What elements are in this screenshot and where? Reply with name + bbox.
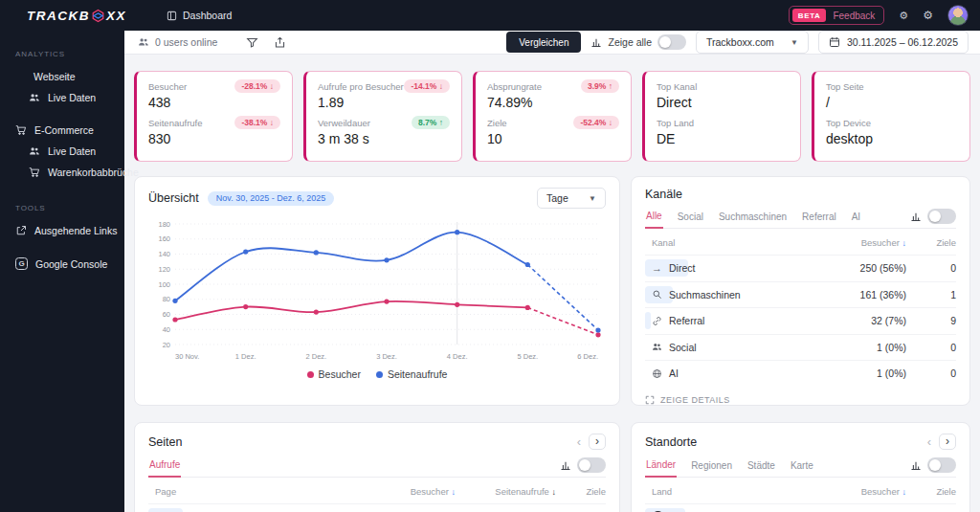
kanaele-tabs: Alle Social Suchmaschinen Referral AI	[645, 208, 956, 229]
sidebar-item-ausgehende-links[interactable]: Ausgehende Links	[0, 220, 124, 241]
kpi-card-absprungrate: Absprungrate 3.9% ↑ 74.89% Ziele -52.4% …	[473, 71, 632, 162]
kpi-row: Besucher -28.1% ↓ 438 Seitenaufrufe -38.…	[134, 71, 970, 162]
feedback-button[interactable]: BETA Feedback	[789, 6, 885, 25]
kanaele-chart-toggle[interactable]	[927, 209, 956, 224]
table-row-deutschland[interactable]: Deutschland 232 (53%) 8	[645, 503, 956, 512]
tab-referral[interactable]: Referral	[801, 209, 837, 228]
bar-chart-icon	[910, 459, 922, 471]
table-row-referral[interactable]: Referral 32 (7%) 9	[645, 307, 956, 334]
prev-page-icon[interactable]: ‹	[925, 435, 933, 448]
table-row-ai[interactable]: AI 1 (0%) 0	[645, 360, 956, 387]
svg-text:40: 40	[163, 325, 170, 334]
controls-bar: 0 users online Vergleichen Zeige alle Tr…	[124, 31, 980, 55]
nav-dashboard[interactable]: Dashboard	[167, 10, 232, 21]
kpi-card-top-seite: Top Seite / Top Device desktop	[812, 71, 970, 162]
standorte-panel: Standorte ‹ › Länder Regionen Städte Kar…	[631, 422, 970, 512]
site-select[interactable]: Trackboxx.com ▼	[696, 31, 809, 54]
sidebar-section-analytics: ANALYTICS	[0, 50, 124, 58]
kanaele-panel: Kanäle Alle Social Suchmaschinen Referra…	[631, 176, 970, 406]
svg-text:2 Dez.: 2 Dez.	[305, 352, 326, 361]
panel-title: Seiten	[148, 435, 182, 449]
seiten-table-header: Page Besucher ↓ Seitenaufrufe ↓ Ziele	[148, 478, 606, 503]
table-row-root-page[interactable]: / 215 (35%) 347 (42%) 0	[148, 503, 606, 512]
seiten-panel: Seiten ‹ › Aufrufe Pag	[134, 422, 620, 512]
zeige-alle-toggle[interactable]	[657, 34, 686, 50]
brand-text-left: TRACKB	[27, 9, 90, 23]
google-console-icon: G	[15, 257, 28, 270]
sidebar-item-webseite[interactable]: Webseite	[0, 66, 124, 87]
expand-icon	[645, 395, 655, 405]
zeige-alle-control[interactable]: Zeige alle	[590, 34, 686, 50]
kpi-card-aufrufe: Aufrufe pro Besucher -14.1% ↓ 1.89 Verwe…	[303, 71, 462, 162]
seiten-tabs: Aufrufe	[148, 456, 606, 478]
tab-laender[interactable]: Länder	[645, 456, 677, 478]
date-range-picker[interactable]: 30.11.2025 – 06.12.2025	[818, 31, 969, 54]
seiten-chart-toggle[interactable]	[577, 457, 606, 473]
sort-seitenaufrufe[interactable]: Seitenaufrufe ↓	[456, 486, 556, 497]
svg-text:5 Dez.: 5 Dez.	[517, 352, 538, 361]
chevron-down-icon: ▼	[791, 38, 798, 47]
gear-icon[interactable]: ⚙	[923, 10, 933, 21]
tab-social[interactable]: Social	[677, 209, 704, 228]
overview-panel: Übersicht Nov. 30, 2025 - Dez. 6, 2025 T…	[134, 176, 620, 406]
panel-title: Kanäle	[645, 188, 682, 201]
chevron-down-icon: ▼	[589, 194, 596, 203]
filter-funnel-icon[interactable]	[242, 33, 262, 53]
standorte-table-header: Land Besucher ↓ Ziele	[645, 478, 956, 503]
bar-chart-icon	[560, 459, 571, 471]
standorte-chart-toggle[interactable]	[927, 457, 956, 473]
svg-text:3 Dez.: 3 Dez.	[376, 352, 397, 361]
export-icon[interactable]	[270, 33, 290, 53]
legend-dot-besucher	[307, 371, 314, 378]
next-page-icon[interactable]: ›	[589, 434, 606, 450]
sidebar-section-tools: TOOLS	[0, 204, 124, 212]
users-icon	[138, 36, 149, 48]
tab-alle[interactable]: Alle	[645, 208, 663, 229]
sidebar-item-live-daten-ecom[interactable]: Live Daten	[0, 141, 124, 162]
interval-select[interactable]: Tage ▼	[537, 188, 606, 209]
sort-besucher[interactable]: Besucher ↓	[815, 237, 906, 248]
settings-icon[interactable]: ⚙	[899, 11, 908, 21]
sidebar-item-ecommerce[interactable]: E-Commerce	[0, 120, 124, 141]
svg-text:1 Dez.: 1 Dez.	[235, 352, 256, 361]
brand-logo: TRACKB XX	[27, 9, 126, 23]
svg-text:6 Dez.: 6 Dez.	[577, 352, 598, 361]
cart-icon	[15, 124, 27, 136]
tab-ai[interactable]: AI	[851, 209, 861, 228]
grid-icon	[15, 72, 26, 82]
table-row-suchmaschinen[interactable]: Suchmaschinen 161 (36%) 1	[645, 281, 956, 308]
sidebar-item-google-console[interactable]: G Google Console	[0, 253, 124, 275]
trend-badge: -38.1% ↓	[234, 116, 280, 129]
panel-title: Standorte	[645, 435, 697, 449]
trend-badge: -52.4% ↓	[573, 116, 619, 129]
kpi-card-top-kanal: Top Kanal Direct Top Land DE	[642, 71, 801, 162]
trend-badge: -28.1% ↓	[234, 79, 280, 93]
prev-page-icon[interactable]: ‹	[575, 435, 583, 448]
vergleichen-button[interactable]: Vergleichen	[506, 32, 581, 53]
users-icon	[29, 145, 40, 157]
tab-suchmaschinen[interactable]: Suchmaschinen	[718, 209, 788, 228]
svg-text:140: 140	[158, 250, 170, 258]
tab-karte[interactable]: Karte	[790, 457, 814, 477]
sort-besucher[interactable]: Besucher ↓	[815, 486, 906, 497]
chart-date-badge: Nov. 30, 2025 - Dez. 6, 2025	[208, 191, 334, 206]
sort-besucher[interactable]: Besucher ↓	[365, 486, 456, 497]
table-row-social[interactable]: Social 1 (0%) 0	[645, 334, 956, 361]
tab-staedte[interactable]: Städte	[746, 457, 776, 477]
sidebar-item-live-daten-web[interactable]: Live Daten	[0, 87, 124, 108]
sidebar-item-warenkorbabbrueche[interactable]: Warenkorbabbrüche	[0, 162, 124, 183]
svg-text:100: 100	[158, 280, 170, 289]
trend-badge: -14.1% ↓	[404, 79, 450, 93]
tab-aufrufe[interactable]: Aufrufe	[148, 456, 181, 478]
bar-chart-icon	[910, 211, 922, 222]
standorte-tabs: Länder Regionen Städte Karte	[645, 456, 956, 478]
globe-icon	[652, 368, 662, 379]
tab-regionen[interactable]: Regionen	[690, 457, 733, 477]
arrow-right-icon: →	[652, 263, 662, 274]
svg-text:60: 60	[163, 310, 170, 319]
avatar[interactable]	[947, 5, 969, 26]
next-page-icon[interactable]: ›	[939, 434, 956, 450]
zeige-details-button[interactable]: ZEIGE DETAILS	[645, 395, 956, 405]
table-row-direct[interactable]: →Direct 250 (56%) 0	[645, 255, 956, 281]
brand-text-right: XX	[106, 9, 126, 23]
